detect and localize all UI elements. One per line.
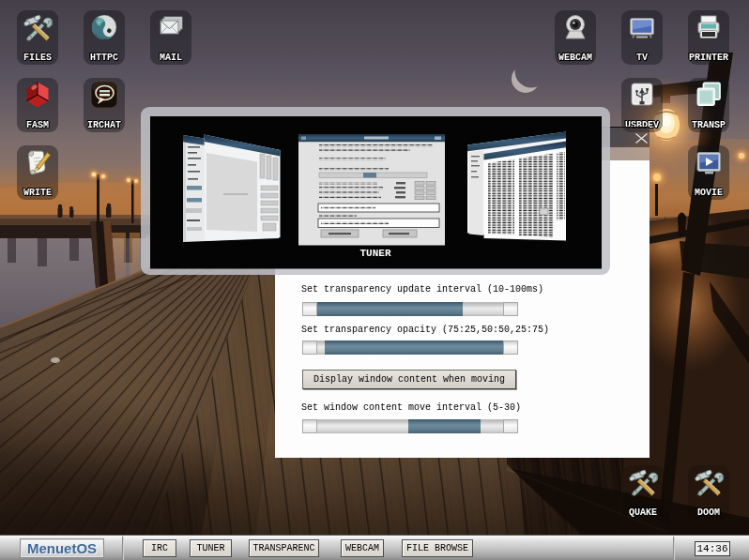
svg-text:TUNER: TUNER: [359, 248, 390, 259]
